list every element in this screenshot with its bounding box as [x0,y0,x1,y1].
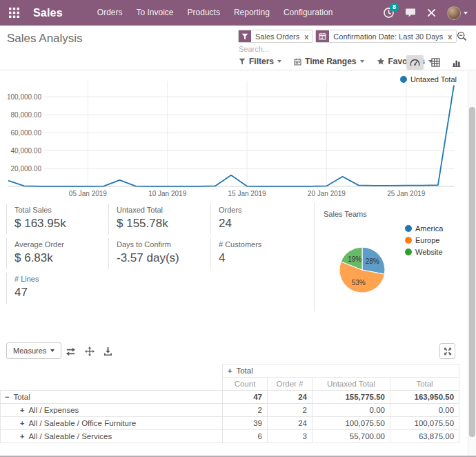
legend-item-america[interactable]: America [405,222,443,234]
pivot-cell: 6 [223,430,268,443]
calendar-icon [294,58,301,66]
line-chart-block: Untaxed Total 20,000.0040,000.0060,000.0… [4,72,462,201]
menu-item-orders[interactable]: Orders [90,0,130,26]
vertical-scrollbar[interactable] [468,71,476,457]
page-title: Sales Analysis [7,32,83,46]
pivot-table-icon [431,58,440,67]
developer-tools-icon[interactable] [426,8,437,18]
pivot-column-header-count[interactable]: Count [223,378,268,391]
svg-text:25 Jan 2019: 25 Jan 2019 [387,190,425,197]
button-filters[interactable]: Filters [235,55,286,68]
chevron-down-icon [360,60,364,63]
facet-remove-icon[interactable]: x [447,30,456,42]
menu-item-to-invoice[interactable]: To Invoice [130,0,181,26]
menu-item-reporting[interactable]: Reporting [227,0,277,26]
svg-text:20 Jan 2019: 20 Jan 2019 [308,190,346,197]
svg-text:53%: 53% [352,279,366,286]
pivot-cell: 47 [223,391,268,404]
pivot-row-label[interactable]: +All / Saleable / Services [1,430,223,443]
facet-label: Confirmation Date: Last 30 Days [329,30,447,42]
menu-item-configuration[interactable]: Configuration [277,0,339,26]
pivot-corner-cell [1,364,223,391]
user-avatar [447,6,461,20]
pivot-cell: 2 [268,404,313,417]
view-dashboard-button[interactable] [406,55,424,70]
kpi-tile-customers[interactable]: # Customers4 [210,238,310,269]
pivot-cell: 0.00 [313,404,390,417]
sales-teams-panel: Sales Teams 28%53%19% AmericaEuropeWebsi… [314,202,465,311]
menu-item-products[interactable]: Products [181,0,227,26]
row-label-text: All / Expenses [28,406,79,414]
legend-label: Website [415,248,443,256]
chevron-down-icon [464,12,468,14]
kpi-grid: Total Sales$ 163.95kUntaxed Total$ 155.7… [6,204,310,307]
kpi-tile-orders[interactable]: Orders24 [210,204,310,235]
kpi-tile-lines[interactable]: # Lines47 [6,273,108,304]
pivot-cell: 24 [268,391,313,404]
filter-icon [239,58,246,65]
sales-teams-pie-chart: 28%53%19% [315,223,409,317]
user-menu[interactable] [447,6,468,20]
pivot-column-header-untaxed-total[interactable]: Untaxed Total [313,378,390,391]
apps-grid-icon[interactable] [0,8,28,18]
facet-remove-icon[interactable]: x [304,30,313,42]
pivot-cell: 24 [268,417,313,430]
pivot-tool-icons [66,347,112,356]
activity-badge: 8 [390,3,399,12]
search-facet-confirmation-date-last-30-days[interactable]: Confirmation Date: Last 30 Daysx [315,30,457,43]
expand-all-icon[interactable] [85,347,95,356]
pivot-table: +TotalCountOrder #Untaxed TotalTotal−Tot… [0,364,459,443]
row-expand-icon[interactable]: + [20,432,24,440]
calendar-icon [316,30,329,42]
pivot-row-label[interactable]: −Total [1,391,223,404]
pivot-cell: 3 [268,430,313,443]
svg-text:05 Jan 2019: 05 Jan 2019 [69,190,107,197]
kpi-value: 24 [219,217,307,231]
pivot-column-header-order[interactable]: Order # [268,378,313,391]
view-pivot-button[interactable] [427,55,444,70]
app-name[interactable]: Sales [33,7,63,19]
measures-button-label: Measures [13,347,46,355]
kpi-tile-average-order[interactable]: Average Order$ 6.83k [6,238,108,269]
kpi-label: Orders [219,206,307,214]
kpi-tile-days-to-confirm[interactable]: Days to Confirm-3.57 day(s) [108,238,210,269]
row-label-text: All / Saleable / Office Furniture [28,419,136,427]
kpi-tile-total-sales[interactable]: Total Sales$ 163.95k [6,204,108,235]
bar-chart-icon [452,58,461,67]
pivot-column-group-header[interactable]: +Total [223,364,459,378]
flip-axis-icon[interactable] [66,347,76,356]
search-facet-sales-orders[interactable]: Sales Ordersx [238,30,313,43]
view-switcher [406,55,465,70]
legend-item-website[interactable]: Website [405,246,443,257]
row-expand-icon[interactable]: + [20,406,24,414]
kpi-label: # Customers [219,240,307,249]
download-icon[interactable] [103,347,112,356]
row-collapse-icon[interactable]: − [5,393,9,401]
kpi-label: Untaxed Total [117,206,208,214]
view-graph-button[interactable] [448,55,465,70]
control-panel: Sales Analysis Sales OrdersxConfirmation… [0,26,476,70]
chat-icon[interactable] [405,8,416,18]
pivot-row-label[interactable]: +All / Expenses [1,404,223,417]
legend-item-europe[interactable]: Europe [405,234,443,246]
pivot-column-header-total[interactable]: Total [390,378,459,391]
kpi-value: 47 [14,286,106,300]
scrollbar-thumb[interactable] [469,107,475,437]
button-time-ranges[interactable]: Time Ranges [290,55,368,68]
legend-dot [405,249,412,255]
measures-button[interactable]: Measures [6,342,61,359]
expand-fullscreen-icon[interactable] [439,343,455,359]
search-input[interactable] [239,45,440,53]
pivot-row-total: −Total4724155,775.50163,950.50 [1,391,459,404]
search-magnifier-icon[interactable] [457,31,467,41]
filter-icon [239,30,251,42]
pivot-row-label[interactable]: +All / Saleable / Office Furniture [1,417,223,430]
row-expand-icon[interactable]: + [20,419,24,427]
chevron-down-icon [50,349,54,352]
kpi-label: # Lines [14,275,106,283]
kpi-tile-untaxed-total[interactable]: Untaxed Total$ 155.78k [108,204,210,235]
pivot-row-all-saleable-office-furniture: +All / Saleable / Office Furniture392410… [1,417,459,430]
legend-label: Europe [415,236,439,244]
untaxed-total-line-chart: 20,000.0040,000.0060,000.0080,000.00100,… [4,78,461,201]
activity-clock-icon[interactable]: 8 [383,7,395,19]
